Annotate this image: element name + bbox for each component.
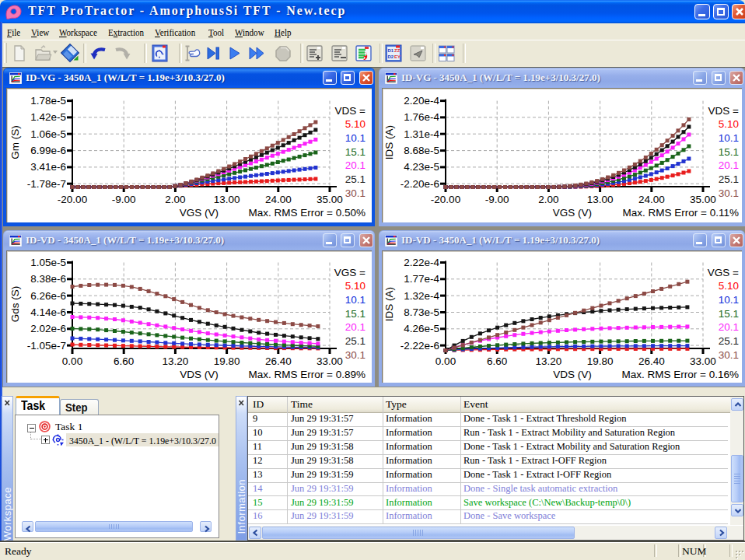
svg-text:-2.20e-6: -2.20e-6 [400,178,439,190]
svg-text:6.99e-6: 6.99e-6 [30,145,66,156]
svg-text:D1: D1 [388,48,394,53]
svg-text:25.1: 25.1 [719,335,739,347]
svg-text:5.10: 5.10 [719,280,739,292]
svg-text:1.06e-5: 1.06e-5 [30,128,66,140]
svg-text:-2.22e-6: -2.22e-6 [400,340,439,352]
svg-text:10.1: 10.1 [719,132,739,144]
svg-text:35.00: 35.00 [690,194,716,205]
svg-text:4.14e-6: 4.14e-6 [30,306,66,318]
svg-text:2.22e-4: 2.22e-4 [404,257,439,268]
svg-text:VGS (V): VGS (V) [553,207,592,219]
svg-text:6.60: 6.60 [487,355,507,367]
svg-text:3.41e-6: 3.41e-6 [30,161,66,173]
svg-text:5.10: 5.10 [719,118,739,130]
svg-text:VDS (V): VDS (V) [553,369,592,380]
svg-text:Gm (S): Gm (S) [9,125,21,159]
svg-text:2.02e-6: 2.02e-6 [30,323,66,334]
svg-text:0.00: 0.00 [62,355,82,367]
svg-text:33.00: 33.00 [690,355,716,367]
svg-text:15.1: 15.1 [719,308,739,320]
svg-text:1.31e-4: 1.31e-4 [404,128,439,140]
svg-text:IDS (A): IDS (A) [383,125,395,159]
svg-text:0.00: 0.00 [435,355,456,367]
svg-text:1.05e-5: 1.05e-5 [30,257,66,268]
svg-text:EY: EY [394,54,400,59]
svg-text:15.1: 15.1 [345,146,366,158]
svg-text:D2: D2 [388,54,394,59]
svg-text:13.00: 13.00 [587,194,614,205]
svg-text:2.00: 2.00 [165,194,185,205]
svg-text:24.00: 24.00 [638,194,665,205]
svg-text:25.1: 25.1 [345,173,366,185]
svg-text:15.1: 15.1 [719,146,739,158]
svg-text:-20.00: -20.00 [431,194,460,205]
svg-text:-1.05e-7: -1.05e-7 [27,340,66,352]
svg-text:20.1: 20.1 [345,159,366,171]
svg-text:20.1: 20.1 [719,159,739,171]
svg-text:ZZ: ZZ [394,48,400,53]
svg-text:8.73e-5: 8.73e-5 [404,306,439,318]
svg-text:VDS (V): VDS (V) [180,369,219,380]
svg-text:25.1: 25.1 [719,173,739,185]
svg-text:26.40: 26.40 [265,355,292,367]
svg-text:25.1: 25.1 [345,335,366,347]
svg-text:5.10: 5.10 [345,280,366,292]
svg-text:19.80: 19.80 [214,355,240,367]
svg-text:5.10: 5.10 [345,118,366,130]
svg-text:24.00: 24.00 [265,194,292,205]
svg-text:30.1: 30.1 [719,187,739,199]
svg-text:30.1: 30.1 [345,349,366,361]
svg-text:-9.00: -9.00 [485,194,509,205]
svg-text:13.20: 13.20 [536,355,562,367]
svg-text:10.1: 10.1 [345,294,366,306]
svg-text:8.68e-5: 8.68e-5 [404,145,439,156]
svg-text:10.1: 10.1 [345,132,366,144]
svg-text:1.42e-5: 1.42e-5 [30,111,66,123]
svg-text:30.1: 30.1 [719,349,739,361]
svg-text:Max. RMS Error = 0.11%: Max. RMS Error = 0.11% [623,207,739,219]
svg-text:6.26e-6: 6.26e-6 [30,290,66,302]
svg-text:1.32e-4: 1.32e-4 [404,290,439,302]
svg-text:Max. RMS Error = 0.16%: Max. RMS Error = 0.16% [622,369,739,380]
svg-text:VGS =: VGS = [334,267,366,278]
svg-text:-9.00: -9.00 [112,194,136,205]
svg-text:20.1: 20.1 [345,321,366,333]
svg-text:13.00: 13.00 [214,194,240,205]
svg-text:Max. RMS Error = 0.89%: Max. RMS Error = 0.89% [249,369,366,380]
svg-text:4.26e-5: 4.26e-5 [404,323,439,334]
svg-text:1.76e-4: 1.76e-4 [404,111,439,123]
svg-text:IDS (A): IDS (A) [383,287,395,321]
svg-text:8.38e-6: 8.38e-6 [30,273,66,285]
svg-text:30.1: 30.1 [345,187,366,199]
svg-text:4.23e-5: 4.23e-5 [404,161,439,173]
svg-text:20.1: 20.1 [719,321,739,333]
svg-text:1.78e-5: 1.78e-5 [30,95,66,107]
svg-text:VDS =: VDS = [335,105,366,117]
svg-text:15.1: 15.1 [345,308,366,320]
svg-text:VGS (V): VGS (V) [180,207,219,219]
svg-text:26.40: 26.40 [638,355,665,367]
svg-text:13.20: 13.20 [163,355,189,367]
svg-text:2.20e-4: 2.20e-4 [404,95,439,107]
svg-text:35.00: 35.00 [317,194,343,205]
svg-text:33.00: 33.00 [317,355,343,367]
svg-text:VDS =: VDS = [708,105,740,117]
svg-text:Max. RMS Error = 0.50%: Max. RMS Error = 0.50% [249,207,366,219]
svg-text:Gds (S): Gds (S) [9,286,21,323]
svg-text:-20.00: -20.00 [58,194,87,205]
svg-text:VGS =: VGS = [708,267,739,278]
svg-text:19.80: 19.80 [587,355,614,367]
svg-text:1.77e-4: 1.77e-4 [404,273,439,285]
svg-text:10.1: 10.1 [719,294,739,306]
svg-text:2.00: 2.00 [538,194,558,205]
svg-text:6.60: 6.60 [114,355,134,367]
svg-text:-1.78e-7: -1.78e-7 [27,178,66,190]
